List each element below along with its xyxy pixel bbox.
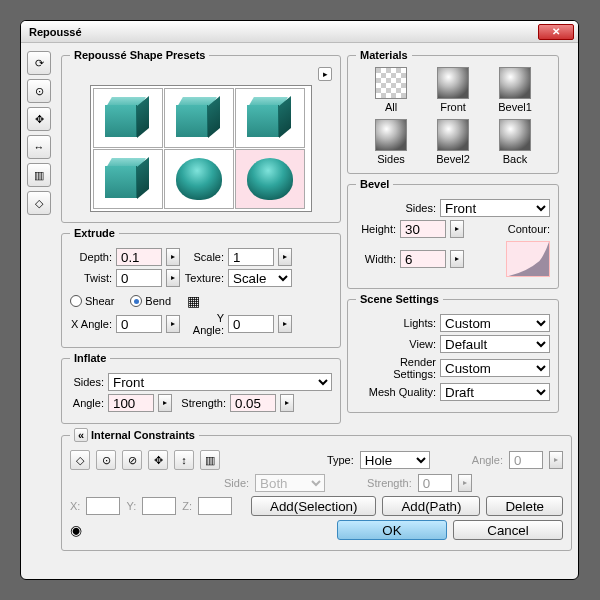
material-front[interactable]: Front <box>425 67 481 113</box>
shear-radio[interactable]: Shear <box>70 295 114 307</box>
ic-side-select: Both <box>255 474 325 492</box>
mesh-select[interactable]: Draft <box>440 383 550 401</box>
texture-label: Texture: <box>184 272 224 284</box>
tool-sidebar: ⟳ ⊙ ✥ ↔ ▥ ◇ <box>27 49 57 551</box>
bend-pattern-icon[interactable]: ▦ <box>187 293 200 309</box>
contour-picker[interactable] <box>506 241 550 277</box>
eye-icon[interactable]: ◉ <box>70 522 82 538</box>
expand-icon[interactable]: « <box>74 428 88 442</box>
z-input <box>198 497 232 515</box>
preset-flyout-icon[interactable]: ▸ <box>318 67 332 81</box>
delete-button[interactable]: Delete <box>486 496 563 516</box>
material-bevel2[interactable]: Bevel2 <box>425 119 481 165</box>
y-label: Y: <box>126 500 136 512</box>
scale-label: Scale: <box>184 251 224 263</box>
tool-slide-icon[interactable]: ↔ <box>27 135 51 159</box>
inflate-strength-input[interactable] <box>230 394 276 412</box>
bevel-sides-label: Sides: <box>356 202 436 214</box>
tool-pan-icon[interactable]: ✥ <box>27 107 51 131</box>
ic-angle-spinner: ▸ <box>549 451 563 469</box>
inflate-strength-spinner[interactable]: ▸ <box>280 394 294 412</box>
preset-4[interactable] <box>93 149 163 209</box>
contour-label: Contour: <box>508 223 550 235</box>
preset-3[interactable] <box>235 88 305 148</box>
bevel-width-spinner[interactable]: ▸ <box>450 250 464 268</box>
preset-2[interactable] <box>164 88 234 148</box>
z-label: Z: <box>182 500 192 512</box>
inflate-angle-spinner[interactable]: ▸ <box>158 394 172 412</box>
texture-select[interactable]: Scale <box>228 269 292 287</box>
yangle-spinner[interactable]: ▸ <box>278 315 292 333</box>
ic-side-label: Side: <box>224 477 249 489</box>
inflate-sides-label: Sides: <box>70 376 104 388</box>
titlebar[interactable]: Repoussé ✕ <box>21 21 578 43</box>
ic-strength-input <box>418 474 452 492</box>
depth-label: Depth: <box>70 251 112 263</box>
preset-6[interactable] <box>235 149 305 209</box>
inflate-strength-label: Strength: <box>176 397 226 409</box>
ic-strength-label: Strength: <box>367 477 412 489</box>
scale-input[interactable] <box>228 248 274 266</box>
bevel-width-input[interactable] <box>400 250 446 268</box>
tool-scale-icon[interactable]: ▥ <box>27 163 51 187</box>
ic-tool-1-icon[interactable]: ◇ <box>70 450 90 470</box>
depth-input[interactable] <box>116 248 162 266</box>
ok-button[interactable]: OK <box>337 520 447 540</box>
bend-radio[interactable]: Bend <box>130 295 171 307</box>
cancel-button[interactable]: Cancel <box>453 520 563 540</box>
tool-mesh-icon[interactable]: ◇ <box>27 191 51 215</box>
depth-spinner[interactable]: ▸ <box>166 248 180 266</box>
lights-label: Lights: <box>356 317 436 329</box>
ic-tool-3-icon[interactable]: ⊘ <box>122 450 142 470</box>
scene-legend: Scene Settings <box>356 293 443 305</box>
xangle-spinner[interactable]: ▸ <box>166 315 180 333</box>
close-button[interactable]: ✕ <box>538 24 574 40</box>
inflate-sides-select[interactable]: Front <box>108 373 332 391</box>
tool-roll-icon[interactable]: ⊙ <box>27 79 51 103</box>
extrude-legend: Extrude <box>70 227 119 239</box>
x-input <box>86 497 120 515</box>
material-bevel1[interactable]: Bevel1 <box>487 67 543 113</box>
bevel-width-label: Width: <box>356 253 396 265</box>
bevel-sides-select[interactable]: Front <box>440 199 550 217</box>
inflate-legend: Inflate <box>70 352 110 364</box>
xangle-label: X Angle: <box>70 318 112 330</box>
yangle-input[interactable] <box>228 315 274 333</box>
x-label: X: <box>70 500 80 512</box>
materials-group: Materials All Front Bevel1 Sides Bevel2 … <box>347 49 559 174</box>
material-back[interactable]: Back <box>487 119 543 165</box>
material-sides[interactable]: Sides <box>363 119 419 165</box>
preset-1[interactable] <box>93 88 163 148</box>
bevel-group: Bevel Sides: Front Height: ▸ Contour: <box>347 178 559 289</box>
preset-5[interactable] <box>164 149 234 209</box>
tool-rotate-icon[interactable]: ⟳ <box>27 51 51 75</box>
materials-legend: Materials <box>356 49 412 61</box>
view-select[interactable]: Default <box>440 335 550 353</box>
ic-tool-4-icon[interactable]: ✥ <box>148 450 168 470</box>
bevel-height-spinner[interactable]: ▸ <box>450 220 464 238</box>
bevel-height-label: Height: <box>356 223 396 235</box>
render-label: Render Settings: <box>356 356 436 380</box>
twist-input[interactable] <box>116 269 162 287</box>
material-all[interactable]: All <box>363 67 419 113</box>
add-path-button[interactable]: Add(Path) <box>382 496 480 516</box>
dialog-title: Repoussé <box>29 26 82 38</box>
preset-grid <box>90 85 312 212</box>
presets-legend: Repoussé Shape Presets <box>70 49 209 61</box>
xangle-input[interactable] <box>116 315 162 333</box>
inflate-angle-input[interactable] <box>108 394 154 412</box>
scale-spinner[interactable]: ▸ <box>278 248 292 266</box>
add-selection-button[interactable]: Add(Selection) <box>251 496 376 516</box>
ic-tool-6-icon[interactable]: ▥ <box>200 450 220 470</box>
bevel-height-input[interactable] <box>400 220 446 238</box>
ic-type-select[interactable]: Hole <box>360 451 430 469</box>
lights-select[interactable]: Custom <box>440 314 550 332</box>
constraints-legend: Internal Constraints <box>91 429 195 441</box>
twist-spinner[interactable]: ▸ <box>166 269 180 287</box>
bevel-legend: Bevel <box>356 178 393 190</box>
render-select[interactable]: Custom <box>440 359 550 377</box>
ic-tool-2-icon[interactable]: ⊙ <box>96 450 116 470</box>
y-input <box>142 497 176 515</box>
constraints-group: « Internal Constraints ◇ ⊙ ⊘ ✥ ↕ ▥ Type:… <box>61 428 572 551</box>
ic-tool-5-icon[interactable]: ↕ <box>174 450 194 470</box>
